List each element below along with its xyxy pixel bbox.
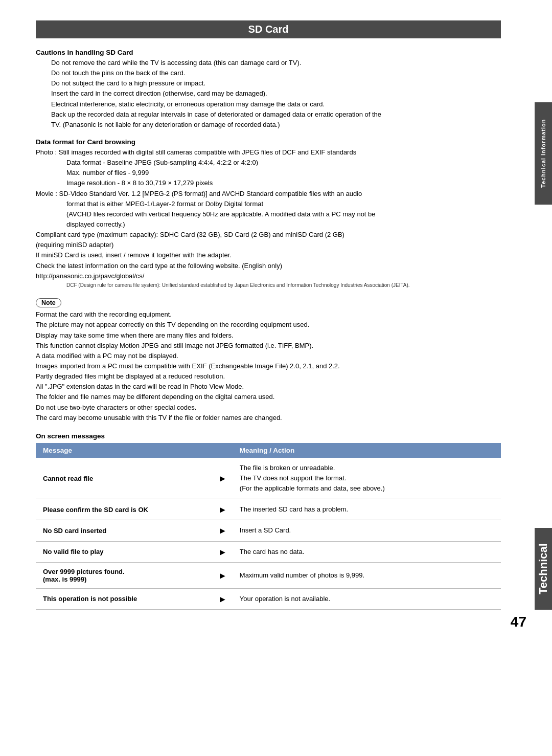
page-title: SD Card: [36, 20, 501, 38]
caution-line-1: Do not remove the card while the TV is a…: [51, 58, 501, 68]
caution-line-3: Do not subject the card to a high pressu…: [51, 78, 501, 88]
cautions-text: Do not remove the card while the TV is a…: [51, 58, 501, 130]
movie-line2: format that is either MPEG-1/Layer-2 for…: [66, 199, 501, 209]
col2-header: Meaning / Action: [233, 443, 501, 458]
note-line-7: Partly degraded files might be displayed…: [36, 371, 501, 382]
data-format-heading: Data format for Card browsing: [36, 138, 501, 146]
note-line-5: A data modified with a PC may not be dis…: [36, 351, 501, 361]
note-box: Note: [36, 298, 61, 307]
msg-label: No SD card inserted: [36, 520, 213, 541]
note-section: Note Format the card with the recording …: [36, 292, 501, 423]
photo-line1: Photo : Still images recorded with digit…: [36, 147, 501, 158]
dcf-note: DCF (Design rule for camera file system)…: [66, 281, 501, 290]
table-header-row: Message Meaning / Action: [36, 443, 501, 458]
msg-meaning: The card has no data.: [233, 541, 501, 562]
url-line: http://panasonic.co.jp/pavc/global/cs/: [36, 271, 501, 281]
table-row: This operation is not possible▶Your oper…: [36, 588, 501, 609]
msg-label: Cannot read file: [36, 458, 213, 499]
movie-desc1: SD-Video Standard Ver. 1.2 [MPEG-2 (PS f…: [59, 190, 362, 197]
msg-meaning: The inserted SD card has a problem.: [233, 499, 501, 520]
cautions-heading: Cautions in handling SD Card: [36, 49, 501, 56]
note-line-2: The picture may not appear correctly on …: [36, 320, 501, 330]
photo-indent-3: Image resolution - 8 × 8 to 30,719 × 17,…: [66, 178, 501, 188]
note-line-3: Display may take some time when there ar…: [36, 330, 501, 341]
movie-line4: displayed correctly.): [66, 219, 501, 230]
note-line-8: All ".JPG" extension datas in the card w…: [36, 382, 501, 392]
caution-line-4: Insert the card in the correct direction…: [51, 88, 501, 99]
arrow-icon: ▶: [213, 562, 233, 588]
caution-line-5: Electrical interference, static electric…: [51, 99, 501, 109]
col1-header: Message: [36, 443, 213, 458]
compliant-line: Compliant card type (maximum capacity): …: [36, 230, 501, 240]
note-line-10: Do not use two-byte characters or other …: [36, 403, 501, 413]
note-line-4: This function cannot display Motion JPEG…: [36, 341, 501, 351]
note-line-11: The card may become unusable with this T…: [36, 413, 501, 423]
note-text: Format the card with the recording equip…: [36, 309, 501, 423]
table-row: Cannot read file▶The file is broken or u…: [36, 458, 501, 499]
arrow-icon: ▶: [213, 520, 233, 541]
minisd-line: If miniSD Card is used, insert / remove …: [36, 250, 501, 260]
table-row: No valid file to play▶The card has no da…: [36, 541, 501, 562]
movie-label: Movie :: [36, 190, 57, 197]
movie-line1: Movie : SD-Video Standard Ver. 1.2 [MPEG…: [36, 189, 501, 199]
on-screen-heading: On screen messages: [36, 432, 501, 440]
caution-line-2: Do not touch the pins on the back of the…: [51, 68, 501, 78]
table-row: Please confirm the SD card is OK▶The ins…: [36, 499, 501, 520]
msg-meaning: The file is broken or unreadable.The TV …: [233, 458, 501, 499]
msg-meaning: Maximum valid number of photos is 9,999.: [233, 562, 501, 588]
caution-line-6: Back up the recorded data at regular int…: [51, 109, 501, 120]
note-line-9: The folder and file names may be differe…: [36, 392, 501, 402]
caution-line-7: TV. (Panasonic is not liable for any det…: [51, 120, 501, 130]
data-format-text: Photo : Still images recorded with digit…: [36, 147, 501, 289]
arrow-icon: ▶: [213, 541, 233, 562]
arrow-icon: ▶: [213, 588, 233, 609]
col-arrow-spacer: [213, 443, 233, 458]
photo-indent-2: Max. number of files - 9,999: [66, 168, 501, 178]
arrow-icon: ▶: [213, 458, 233, 499]
msg-label: Over 9999 pictures found.(max. is 9999): [36, 562, 213, 588]
messages-table: Message Meaning / Action Cannot read fil…: [36, 443, 501, 610]
note-line-1: Format the card with the recording equip…: [36, 309, 501, 320]
msg-meaning: Insert a SD Card.: [233, 520, 501, 541]
table-row: No SD card inserted▶Insert a SD Card.: [36, 520, 501, 541]
requiring-line: (requiring miniSD adapter): [36, 240, 501, 250]
page-number: 47: [511, 614, 526, 630]
msg-label: No valid file to play: [36, 541, 213, 562]
arrow-icon: ▶: [213, 499, 233, 520]
photo-desc: Still images recorded with digital still…: [59, 148, 356, 156]
msg-meaning: Your operation is not available.: [233, 588, 501, 609]
msg-label: Please confirm the SD card is OK: [36, 499, 213, 520]
msg-label: This operation is not possible: [36, 588, 213, 609]
check-line: Check the latest information on the card…: [36, 261, 501, 271]
movie-line3: (AVCHD files recorded with vertical freq…: [66, 209, 501, 219]
side-tab-top: Technical Information: [535, 102, 552, 205]
table-row: Over 9999 pictures found.(max. is 9999)▶…: [36, 562, 501, 588]
photo-indent-1: Data format - Baseline JPEG (Sub-samplin…: [66, 158, 501, 168]
note-line-6: Images imported from a PC must be compat…: [36, 361, 501, 371]
photo-label: Photo :: [36, 148, 57, 156]
side-tab-bottom: Technical: [535, 528, 552, 610]
page-container: SD Card Cautions in handling SD Card Do …: [0, 0, 552, 640]
